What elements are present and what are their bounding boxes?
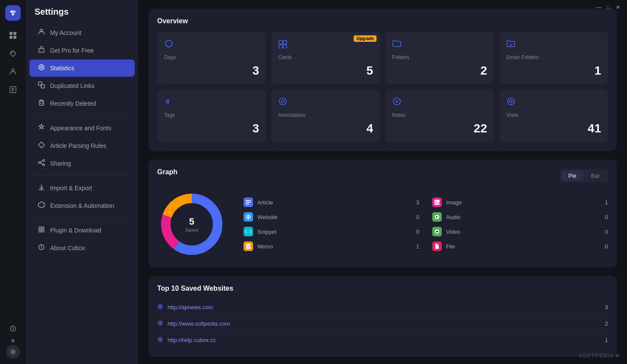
website-url[interactable]: http://help.cubox.cc	[168, 337, 601, 343]
audio-legend-count: 0	[605, 214, 608, 220]
sidebar-item-get-pro[interactable]: Get Pro for Free	[29, 42, 135, 59]
recently-deleted-icon	[38, 99, 45, 108]
legend-item-audio: Audio 0	[432, 212, 608, 222]
import-export-icon	[38, 184, 45, 192]
video-legend-name: Video	[446, 229, 601, 235]
sidebar-item-recently-deleted[interactable]: Recently Deleted	[29, 95, 135, 112]
website-legend-name: Website	[257, 214, 412, 220]
legend-item-snippet: Snippet 0	[244, 227, 419, 236]
website-icon	[157, 336, 163, 344]
sidebar-item-appearance[interactable]: Appearance and Fonts	[29, 119, 135, 137]
stats-grid: Days 3 Upgrade Cards 5 Folders 2 Smart F…	[157, 32, 608, 142]
sidebar-item-sharing[interactable]: Sharing	[29, 155, 135, 172]
notes-icon	[392, 97, 487, 109]
svg-point-38	[165, 40, 172, 47]
sidebar-item-extension[interactable]: Extension & Automation	[29, 197, 135, 214]
sidebar-item-import-export[interactable]: Import & Export	[29, 179, 135, 197]
sidebar-item-label: Appearance and Fonts	[50, 125, 111, 132]
file-legend-count: 0	[605, 243, 608, 250]
main-content: Overview Days 3 Upgrade Cards 5 Folders …	[138, 0, 627, 364]
smart-folders-label: Smart Folders	[506, 54, 601, 60]
days-icon	[164, 39, 259, 51]
svg-marker-24	[38, 142, 44, 148]
svg-rect-5	[10, 36, 13, 39]
settings-nav-icon[interactable]	[6, 345, 20, 359]
image-legend-name: Image	[446, 199, 601, 206]
legend-item-image: Image 1	[432, 198, 608, 207]
stat-cards: Upgrade Cards 5	[271, 32, 380, 85]
folders-icon	[392, 39, 487, 51]
stat-folders: Folders 2	[385, 32, 494, 85]
sidebar: Settings My Account Get Pro for Free Sta…	[26, 0, 138, 364]
tag-nav-icon[interactable]	[5, 46, 21, 61]
history-nav-icon[interactable]	[5, 321, 21, 336]
website-url[interactable]: http://www.softpedia.com	[168, 320, 601, 327]
stat-tags: # Tags 3	[157, 90, 266, 142]
folders-label: Folders	[392, 54, 487, 60]
sidebar-item-my-account[interactable]: My Account	[29, 24, 135, 41]
extension-icon	[38, 201, 45, 210]
my-account-icon	[38, 28, 45, 37]
book-nav-icon[interactable]	[5, 82, 21, 97]
website-count: 2	[605, 320, 608, 327]
legend-item-memo: Memo 1	[244, 242, 419, 251]
svg-rect-41	[279, 45, 282, 48]
smart-folders-value: 1	[506, 64, 601, 78]
article-legend-icon	[244, 198, 253, 207]
top-websites-section: Top 10 Saved Websites http://apnews.com …	[149, 276, 617, 357]
snippet-legend-name: Snippet	[257, 229, 412, 235]
bar-toggle-button[interactable]: Bar	[584, 170, 607, 181]
legend-item-video: Video 0	[432, 227, 608, 236]
sidebar-divider-2	[33, 176, 131, 176]
svg-rect-40	[283, 41, 287, 44]
svg-rect-3	[10, 32, 13, 35]
days-label: Days	[164, 54, 259, 60]
sidebar-item-statistics[interactable]: Statistics	[29, 60, 135, 77]
minimize-button[interactable]: —	[596, 4, 602, 10]
graph-section: Graph Pie Bar 5 Sa	[149, 160, 617, 267]
sidebar-divider-3	[33, 218, 131, 218]
sidebar-item-plugin[interactable]: Plugin & Download	[29, 222, 135, 239]
sidebar-item-label: Extension & Automation	[50, 202, 114, 209]
audio-legend-icon	[432, 212, 442, 222]
svg-rect-31	[39, 227, 41, 229]
top-website-item: http://www.softpedia.com 2	[157, 316, 608, 332]
top-website-item: http://help.cubox.cc 1	[157, 332, 608, 348]
pie-toggle-button[interactable]: Pie	[561, 170, 583, 181]
memo-legend-icon	[244, 242, 253, 251]
top-websites-title: Top 10 Saved Websites	[157, 285, 608, 292]
article-legend-count: 3	[416, 199, 419, 206]
svg-marker-30	[38, 202, 44, 208]
icon-rail	[0, 0, 26, 364]
svg-rect-34	[42, 230, 44, 232]
sidebar-item-article-parsing[interactable]: Article Parsing Rules	[29, 137, 135, 154]
smart-folders-icon	[506, 39, 601, 51]
donut-subtitle: Saves	[185, 227, 199, 232]
svg-point-17	[39, 65, 44, 70]
softpedia-watermark: SOFTPEDIA★	[579, 352, 620, 359]
sidebar-item-label: Duplicated Links	[50, 82, 95, 89]
svg-point-26	[38, 162, 40, 163]
sidebar-item-about[interactable]: About Cubox	[29, 239, 135, 257]
user-nav-icon[interactable]	[5, 64, 21, 79]
upgrade-badge[interactable]: Upgrade	[354, 35, 377, 42]
graph-title: Graph	[157, 168, 177, 176]
svg-rect-6	[13, 36, 16, 39]
status-dot	[11, 339, 15, 342]
grid-nav-icon[interactable]	[5, 28, 21, 43]
sidebar-item-label: Get Pro for Free	[50, 47, 94, 54]
app-logo[interactable]	[5, 5, 21, 21]
maximize-button[interactable]: □	[605, 4, 611, 10]
chart-legend: Article 3 Image 1 Website 0 Audio 0 Snip…	[244, 198, 608, 251]
sidebar-item-duplicated-links[interactable]: Duplicated Links	[29, 77, 135, 94]
file-legend-icon	[432, 242, 442, 251]
website-url[interactable]: http://apnews.com	[168, 304, 601, 311]
donut-total: 5	[185, 216, 199, 227]
svg-text:#: #	[166, 98, 170, 105]
visits-value: 41	[506, 122, 601, 135]
close-button[interactable]: ✕	[615, 4, 621, 10]
svg-point-47	[507, 98, 514, 105]
memo-legend-name: Memo	[257, 243, 412, 250]
svg-point-8	[12, 69, 14, 72]
website-count: 3	[605, 304, 608, 311]
